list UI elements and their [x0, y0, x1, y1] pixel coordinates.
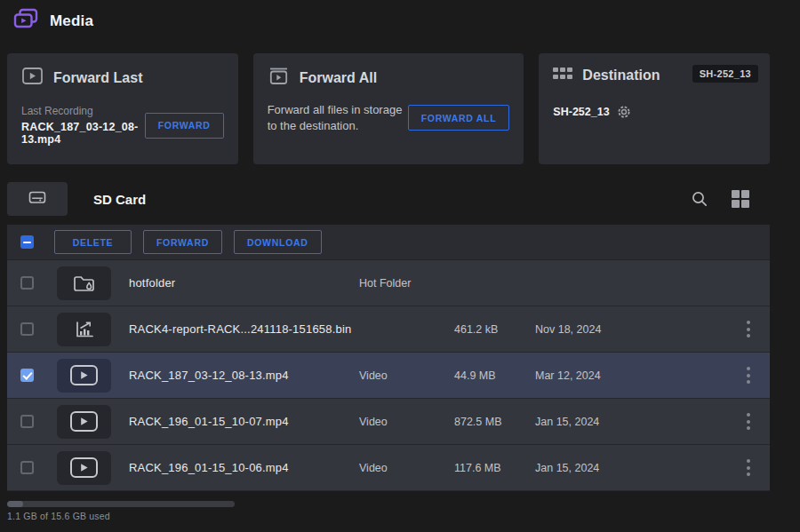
download-button[interactable]: DOWNLOAD	[234, 230, 322, 254]
file-size: 117.6 MB	[454, 462, 535, 474]
delete-button[interactable]: DELETE	[54, 230, 132, 254]
sd-card-icon	[28, 191, 46, 207]
row-checkbox[interactable]	[20, 322, 34, 336]
action-cards: Forward Last Last Recording RACK_187_03-…	[7, 53, 770, 164]
file-table-body: hotfolder Hot Folder	[7, 260, 770, 491]
page-title: Media	[50, 12, 93, 30]
video-file-icon	[69, 364, 99, 386]
file-icon	[57, 451, 111, 485]
forward-last-title: Forward Last	[53, 70, 142, 86]
storage-title: SD Card	[93, 192, 146, 207]
table-row[interactable]: RACK4-report-RACK...241118-151658.bin 46…	[7, 306, 770, 353]
video-file-icon	[69, 457, 99, 479]
file-name: RACK4-report-RACK...241118-151658.bin	[120, 322, 359, 336]
file-name: hotfolder	[120, 276, 359, 290]
file-name: RACK_196_01-15_10-06.mp4	[120, 461, 359, 474]
destination-settings-gear-icon[interactable]	[617, 105, 631, 119]
file-table: DELETE FORWARD DOWNLOAD	[7, 225, 770, 491]
file-name: RACK_187_03-12_08-13.mp4	[120, 369, 359, 382]
forward-all-button[interactable]: FORWARD ALL	[408, 105, 510, 131]
search-icon	[691, 190, 708, 208]
forward-all-description: Forward all files in storage to the dest…	[268, 102, 408, 134]
forward-last-card: Forward Last Last Recording RACK_187_03-…	[7, 53, 238, 164]
selection-toolbar: DELETE FORWARD DOWNLOAD	[7, 225, 770, 260]
file-type: Video	[359, 369, 454, 382]
row-menu-button[interactable]	[743, 316, 754, 343]
select-all-checkbox[interactable]	[20, 235, 34, 249]
file-name: RACK_196_01-15_10-07.mp4	[120, 415, 359, 428]
row-checkbox[interactable]	[20, 415, 34, 428]
file-date: Jan 15, 2024	[535, 462, 668, 474]
file-type: Video	[359, 462, 454, 474]
storage-usage-text: 1.1 GB of 15.6 GB used	[7, 511, 110, 521]
page-header: Media	[12, 7, 93, 35]
file-type: Hot Folder	[359, 277, 454, 290]
row-checkbox[interactable]	[20, 276, 34, 290]
storage-bar-fill	[7, 501, 23, 507]
destination-title: Destination	[582, 67, 660, 83]
row-menu-button[interactable]	[743, 409, 754, 435]
table-row[interactable]: RACK_196_01-15_10-06.mp4 Video 117.6 MB …	[7, 445, 770, 491]
last-recording-filename: RACK_187_03-12_08-13.mp4	[21, 121, 145, 146]
row-menu-button[interactable]	[743, 362, 754, 389]
file-icon	[57, 313, 111, 346]
file-size: 872.5 MB	[454, 416, 535, 428]
file-size: 461.2 kB	[454, 323, 535, 336]
video-file-icon	[69, 410, 99, 433]
last-recording-label: Last Recording	[21, 105, 145, 117]
report-file-icon	[73, 320, 96, 339]
forward-all-card: Forward All Forward all files in storage…	[253, 53, 524, 164]
grid-view-button[interactable]	[731, 189, 750, 209]
table-row[interactable]: RACK_187_03-12_08-13.mp4 Video 44.9 MB M…	[7, 353, 770, 399]
forward-all-title: Forward All	[300, 70, 377, 86]
file-date: Jan 15, 2024	[535, 416, 668, 428]
table-row[interactable]: hotfolder Hot Folder	[7, 260, 770, 306]
file-size: 44.9 MB	[454, 369, 535, 382]
file-icon	[57, 266, 111, 300]
file-date: Nov 18, 2024	[535, 323, 668, 336]
storage-usage-bar	[7, 501, 235, 507]
grid-view-icon	[731, 189, 750, 209]
row-checkbox[interactable]	[20, 369, 34, 382]
row-menu-button[interactable]	[743, 455, 754, 481]
forward-button[interactable]: FORWARD	[145, 113, 224, 139]
file-type: Video	[359, 416, 454, 428]
forward-selected-button[interactable]: FORWARD	[143, 230, 222, 254]
storage-device-row: SD Card	[7, 182, 770, 216]
hot-folder-icon	[72, 273, 96, 293]
row-checkbox[interactable]	[20, 461, 34, 474]
sd-card-device-button[interactable]	[7, 182, 68, 216]
destination-value: SH-252_13	[553, 106, 609, 118]
forward-all-box-icon	[268, 67, 290, 89]
table-row[interactable]: RACK_196_01-15_10-07.mp4 Video 872.5 MB …	[7, 399, 770, 445]
media-logo-icon	[12, 7, 39, 35]
destination-card: Destination SH-252_13 SH-252_13	[539, 53, 770, 164]
destination-badge: SH-252_13	[692, 65, 758, 83]
file-icon	[57, 359, 111, 393]
destination-grid-icon	[553, 67, 572, 83]
search-button[interactable]	[691, 190, 708, 208]
file-icon	[57, 405, 111, 439]
file-date: Mar 12, 2024	[535, 369, 668, 382]
play-square-icon	[21, 67, 44, 89]
